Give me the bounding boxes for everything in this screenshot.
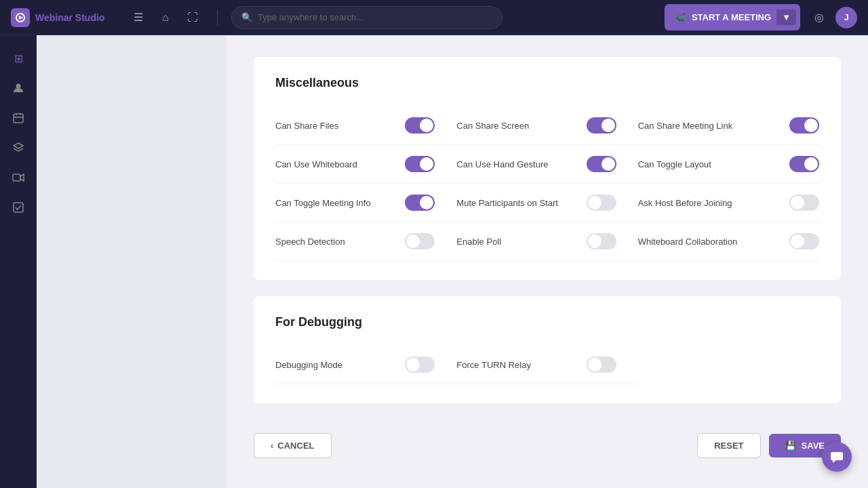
setting-label-mute-participants-on-start: Mute Participants on Start [456,198,558,208]
chat-bubble-button[interactable] [822,442,852,472]
toggle-knob-speech-detection [406,235,420,248]
toggle-ask-host-before-joining[interactable] [789,195,819,211]
toggle-force-turn-relay[interactable] [587,357,616,373]
start-meeting-dropdown-arrow[interactable]: ▼ [776,9,796,25]
setting-label-speech-detection: Speech Detection [275,237,345,247]
topbar-right-icons: ◎ J [808,7,857,28]
setting-label-whiteboard-collaboration: Whiteboard Collaboration [638,237,738,247]
reset-button[interactable]: RESET [697,433,760,458]
cancel-label: CANCEL [277,441,314,451]
toggle-knob-enable-poll [588,235,601,248]
toggle-knob-can-share-meeting-link [804,119,818,132]
setting-ask-host-before-joining: Ask Host Before Joining [638,184,819,222]
topbar-nav-icons: ☰ ⌂ ⛶ [127,7,203,28]
toggle-knob-mute-participants-on-start [588,196,601,209]
setting-label-can-use-whiteboard: Can Use Whiteboard [275,159,357,169]
toggle-debugging-mode[interactable] [405,357,435,373]
setting-label-force-turn-relay: Force TURN Relay [456,360,531,370]
setting-can-share-meeting-link: Can Share Meeting Link [638,106,819,145]
setting-label-can-share-meeting-link: Can Share Meeting Link [638,121,732,131]
toggle-can-toggle-meeting-info[interactable] [405,195,435,211]
logo: Webinar Studio [11,8,119,27]
svg-point-2 [16,84,21,89]
toggle-can-share-meeting-link[interactable] [789,117,819,134]
settings-grid-miscellaneous: Can Share Files Can Share Screen Can Sha… [275,106,819,261]
toggle-knob-ask-host-before-joining [791,196,804,209]
toggle-speech-detection[interactable] [405,233,435,249]
setting-can-use-hand-gesture: Can Use Hand Gesture [456,145,637,184]
setting-can-toggle-meeting-info: Can Toggle Meeting Info [275,184,456,222]
setting-label-debugging-mode: Debugging Mode [275,360,342,370]
fullscreen-icon[interactable]: ⛶ [182,7,203,28]
cancel-button[interactable]: ‹ CANCEL [254,433,332,458]
setting-can-share-screen: Can Share Screen [456,106,637,145]
toggle-knob-force-turn-relay [588,358,601,371]
content-area: Miscellaneous Can Share Files Can Share … [226,35,868,488]
notifications-icon[interactable]: ◎ [808,7,830,28]
section-for-debugging-title: For Debugging [275,315,819,329]
save-label: SAVE [802,441,825,451]
setting-label-enable-poll: Enable Poll [456,237,501,247]
toggle-can-share-screen[interactable] [587,117,616,134]
topbar-right: 📹 START A MEETING ▼ ◎ J [665,4,857,30]
svg-marker-7 [14,143,23,148]
toggle-knob-debugging-mode [406,358,420,371]
setting-label-can-use-hand-gesture: Can Use Hand Gesture [456,159,548,169]
main-layout: ⊞ Miscellaneous Can Share Files [0,35,868,488]
setting-speech-detection: Speech Detection [275,222,456,261]
left-panel [37,35,226,488]
toggle-knob-can-share-files [420,119,433,132]
sidebar-item-home[interactable]: ⊞ [6,46,31,70]
avatar[interactable]: J [835,7,857,28]
search-input[interactable] [258,12,492,22]
settings-grid-debugging: Debugging Mode Force TURN Relay [275,346,819,384]
section-miscellaneous-title: Miscellaneous [275,76,819,90]
setting-mute-participants-on-start: Mute Participants on Start [456,184,637,222]
toggle-whiteboard-collaboration[interactable] [789,233,819,249]
toggle-knob-can-toggle-meeting-info [420,196,433,209]
footer-actions: ‹ CANCEL RESET 💾 SAVE [254,420,841,458]
toggle-can-use-hand-gesture[interactable] [587,156,616,172]
toggle-can-share-files[interactable] [405,117,435,134]
setting-can-share-files: Can Share Files [275,106,456,145]
sidebar-item-video[interactable] [6,165,31,190]
sidebar-item-calendar[interactable] [6,106,31,130]
svg-marker-1 [19,16,23,20]
reset-label: RESET [714,441,743,451]
sidebar-item-contacts[interactable] [6,76,31,100]
toggle-knob-can-use-hand-gesture [601,157,615,171]
toggle-can-use-whiteboard[interactable] [405,156,435,172]
setting-empty-placeholder [638,346,819,384]
toggle-enable-poll[interactable] [587,233,616,249]
logo-text: Webinar Studio [35,12,104,23]
footer-right: RESET 💾 SAVE [697,433,841,458]
toggle-mute-participants-on-start[interactable] [587,195,616,211]
sidebar: ⊞ [0,35,37,488]
toggle-knob-can-share-screen [601,119,615,132]
home-icon[interactable]: ⌂ [155,7,176,28]
cancel-icon: ‹ [271,441,273,451]
start-meeting-icon: 📹 [675,12,686,22]
menu-icon[interactable]: ☰ [127,7,149,28]
section-miscellaneous: Miscellaneous Can Share Files Can Share … [254,57,841,280]
sidebar-item-layers[interactable] [6,136,31,160]
toggle-can-toggle-layout[interactable] [789,156,819,172]
svg-rect-10 [14,203,23,212]
setting-force-turn-relay: Force TURN Relay [456,346,637,384]
svg-marker-9 [20,174,24,181]
start-meeting-button[interactable]: 📹 START A MEETING ▼ [665,4,800,30]
logo-icon [11,8,30,27]
setting-whiteboard-collaboration: Whiteboard Collaboration [638,222,819,261]
setting-label-can-toggle-layout: Can Toggle Layout [638,159,711,169]
search-bar: 🔍 [231,6,502,29]
setting-debugging-mode: Debugging Mode [275,346,456,384]
section-for-debugging: For Debugging Debugging Mode Force TURN … [254,296,841,403]
setting-label-ask-host-before-joining: Ask Host Before Joining [638,198,732,208]
setting-label-can-share-files: Can Share Files [275,121,338,131]
toggle-knob-whiteboard-collaboration [791,235,804,248]
setting-can-toggle-layout: Can Toggle Layout [638,145,819,184]
sidebar-item-tasks[interactable] [6,195,31,220]
topbar: Webinar Studio ☰ ⌂ ⛶ 🔍 📹 START A MEETING… [0,0,868,35]
save-icon: 💾 [785,441,796,451]
start-meeting-label: START A MEETING [692,12,771,22]
